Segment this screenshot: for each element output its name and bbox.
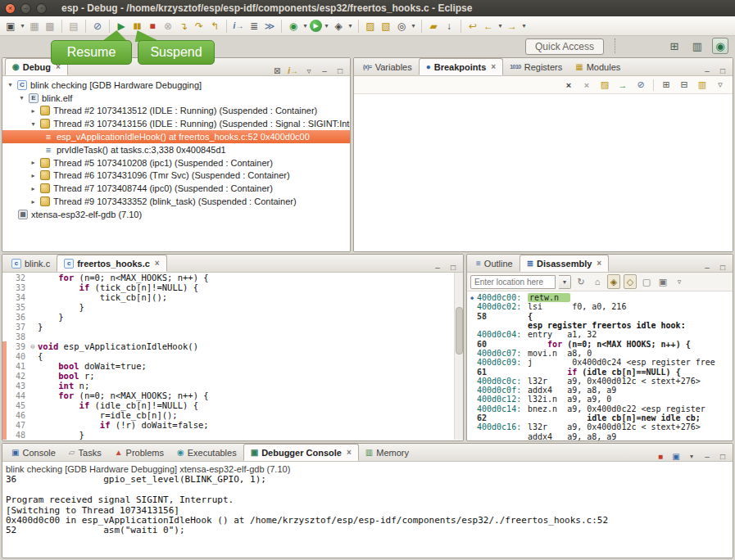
terminate-icon[interactable]: ■ (656, 452, 665, 461)
step-into-icon[interactable]: ↴ (176, 18, 191, 34)
minimize-icon[interactable]: – (433, 263, 442, 272)
quick-access-button[interactable]: Quick Access (525, 38, 604, 55)
maximize-icon[interactable]: □ (718, 263, 728, 272)
maximize-icon[interactable]: □ (718, 66, 728, 75)
tree-item-thread[interactable]: ▸ Thread #6 1073431096 (Tmr Svc) (Suspen… (2, 169, 350, 183)
tab-tasks[interactable]: ▱ Tasks (62, 444, 108, 461)
use-step-filters-icon[interactable]: ≫ (262, 18, 277, 34)
expander-icon[interactable]: ▸ (29, 159, 37, 166)
back-icon[interactable]: ← (481, 18, 496, 34)
tab-debugger-console[interactable]: ▣ Debugger Console × (243, 444, 359, 461)
show-supported-breakpoints-icon[interactable]: ▨ (599, 79, 610, 90)
last-edit-location-icon[interactable]: ↩ (465, 18, 480, 34)
scrollbar-thumb[interactable] (456, 307, 463, 355)
tree-item-thread[interactable]: ▸ Thread #7 1073408744 (ipc0) (Suspended… (2, 182, 350, 195)
minimize-icon[interactable]: – (702, 263, 712, 272)
tab-executables[interactable]: ◉ Executables (170, 444, 243, 461)
expander-icon[interactable]: ▾ (18, 94, 25, 102)
step-over-icon[interactable]: ↷ (192, 18, 206, 34)
editor-content[interactable]: 32 for (n=0; n<MAX_HOOKS; n++) { 33 if (… (2, 273, 463, 440)
back-dropdown-icon[interactable]: ▾ (497, 18, 504, 34)
display-selected-console-icon[interactable]: ▣ (671, 452, 681, 461)
tree-item-stack-frame-selected[interactable]: ≡ esp_vApplicationIdleHook() at freertos… (2, 130, 350, 143)
mark-occurrences-icon[interactable]: ▰ (426, 18, 441, 34)
home-icon[interactable]: ⌂ (591, 274, 604, 289)
tab-freertos-hooks-c[interactable]: c freertos_hooks.c × (57, 255, 167, 272)
run-icon[interactable]: ▶ (310, 20, 322, 32)
remove-all-terminated-icon[interactable]: ⊠ (272, 66, 282, 75)
remove-breakpoint-icon[interactable]: × (563, 80, 574, 90)
run-dropdown-icon[interactable]: ▾ (323, 18, 330, 34)
tree-item-thread[interactable]: ▸ Thread #9 1073433352 (blink_task) (Sus… (2, 195, 350, 208)
window-minimize-icon[interactable]: − (20, 3, 31, 14)
new-wizard-icon[interactable]: ▣ (3, 18, 18, 34)
view-menu-icon[interactable]: ▿ (304, 66, 314, 75)
minimize-icon[interactable]: – (320, 66, 329, 75)
tab-outline[interactable]: ≡ Outline (470, 255, 519, 272)
tree-item-thread[interactable]: ▾ Thread #3 1073413156 (IDLE : Running) … (2, 117, 350, 130)
terminate-icon[interactable]: ■ (145, 18, 160, 34)
view-menu-icon[interactable]: ▿ (715, 79, 726, 90)
tab-breakpoints[interactable]: ● Breakpoints × (419, 58, 503, 75)
suspend-icon[interactable]: ▮▮ (129, 18, 144, 34)
remove-all-breakpoints-icon[interactable]: × (581, 80, 592, 90)
save-all-icon[interactable]: ▩ (43, 18, 57, 34)
close-icon[interactable]: × (597, 259, 601, 268)
tab-memory[interactable]: ▥ Memory (359, 444, 415, 461)
external-tools-icon[interactable]: ◈ (331, 18, 346, 34)
skip-all-breakpoints-icon[interactable]: ⊘ (635, 79, 647, 90)
refresh-icon[interactable]: ↻ (574, 274, 588, 289)
save-icon[interactable]: ▦ (27, 18, 42, 34)
open-project-icon[interactable]: ▨ (363, 18, 378, 34)
tab-modules[interactable]: ▦ Modules (569, 58, 627, 75)
debug-dropdown-icon[interactable]: ▾ (302, 18, 309, 34)
close-icon[interactable]: × (347, 448, 352, 457)
window-maximize-icon[interactable]: ▫ (36, 3, 47, 14)
drop-to-frame-icon[interactable]: ≣ (247, 18, 261, 34)
expand-all-icon[interactable]: ⊞ (660, 79, 672, 90)
expander-icon[interactable]: ▸ (29, 172, 37, 179)
open-new-view-icon[interactable]: ▢ (640, 274, 653, 289)
tab-registers[interactable]: 1010 Registers (503, 58, 569, 75)
console-dropdown-icon[interactable]: ▾ (687, 453, 696, 460)
cpp-perspective-icon[interactable]: ▥ (689, 38, 706, 54)
instruction-stepping-icon[interactable]: i→ (231, 18, 246, 34)
skip-all-breakpoints-icon[interactable]: ⊘ (90, 18, 105, 34)
expander-icon[interactable]: ▸ (29, 198, 37, 205)
fold-collapse-icon[interactable]: ⊖ (28, 342, 38, 350)
window-close-icon[interactable]: × (5, 3, 16, 14)
tree-item-thread[interactable]: ▸ Thread #5 1073410208 (ipc1) (Suspended… (2, 156, 350, 169)
go-to-file-icon[interactable]: → (617, 80, 628, 90)
tab-disassembly[interactable]: ≣ Disassembly × (519, 255, 610, 272)
maximize-icon[interactable]: □ (335, 66, 345, 75)
editor-scrollbar[interactable] (454, 273, 463, 440)
minimize-icon[interactable]: – (702, 452, 712, 461)
forward-icon[interactable]: → (505, 18, 519, 34)
tab-variables[interactable]: (x)= Variables (356, 58, 419, 75)
expander-icon[interactable]: ▸ (29, 185, 37, 192)
location-input[interactable] (470, 275, 556, 289)
disassembly-content[interactable]: ◆ 400d0c00: retw.n 400d0c02:lsi f0, a0, … (467, 291, 733, 441)
console-content[interactable]: blink checking [GDB Hardware Debugging] … (2, 462, 733, 557)
search-dropdown-icon[interactable]: ▾ (410, 18, 417, 34)
minimize-icon[interactable]: – (702, 66, 712, 75)
pin-icon[interactable]: ▣ (656, 274, 669, 289)
link-with-context-icon[interactable]: ◈ (607, 274, 620, 289)
expander-icon[interactable]: ▸ (29, 107, 37, 115)
new-dropdown-icon[interactable]: ▾ (19, 18, 26, 34)
tree-item-launch[interactable]: ▾ C blink checking [GDB Hardware Debuggi… (2, 79, 350, 92)
open-perspective-icon[interactable]: ⊞ (666, 38, 683, 54)
tab-console[interactable]: ▣ Console (5, 444, 62, 461)
view-menu-icon[interactable]: ▿ (673, 274, 686, 289)
maximize-icon[interactable]: □ (448, 263, 458, 272)
open-folder-icon[interactable]: ▧ (379, 18, 393, 34)
close-icon[interactable]: × (491, 62, 496, 71)
maximize-icon[interactable]: □ (718, 452, 728, 461)
tree-item-executable[interactable]: ▾ E blink.elf (2, 92, 350, 105)
forward-dropdown-icon[interactable]: ▾ (520, 18, 528, 34)
disconnect-icon[interactable]: ⊗ (161, 18, 175, 34)
show-source-icon[interactable]: ◇ (624, 274, 637, 289)
close-icon[interactable]: × (155, 259, 160, 268)
tree-item-gdb[interactable]: ▤ xtensa-esp32-elf-gdb (7.10) (2, 208, 350, 221)
search-icon[interactable]: ◎ (394, 18, 409, 34)
